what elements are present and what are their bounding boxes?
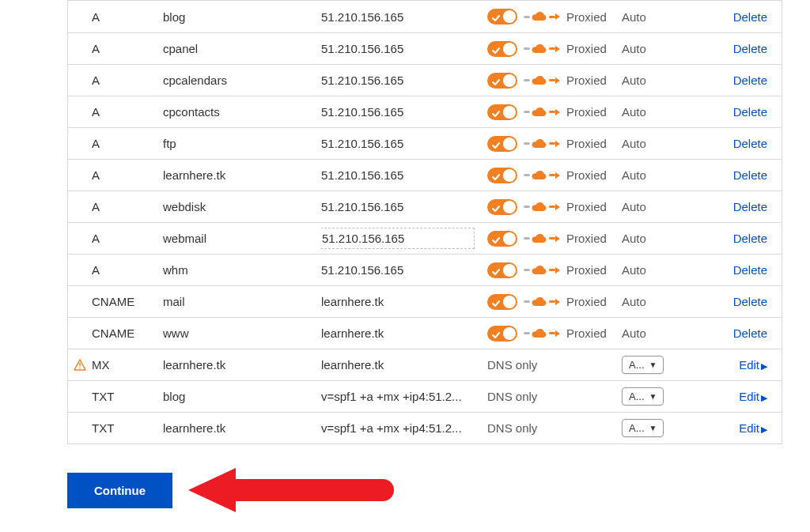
proxy-status-cell: Proxied bbox=[487, 104, 622, 120]
ttl-cell: Auto bbox=[622, 137, 685, 150]
record-type: CNAME bbox=[92, 326, 163, 340]
dns-row: Aftp51.210.156.165ProxiedAutoDelete bbox=[68, 127, 782, 159]
action-label: Delete bbox=[733, 42, 767, 55]
record-content: v=spf1 +a +mx +ip4:51.2... bbox=[321, 390, 487, 403]
record-name: blog bbox=[163, 10, 321, 24]
ttl-label: Auto bbox=[622, 295, 646, 308]
svg-rect-1 bbox=[79, 368, 80, 368]
ttl-label: Auto bbox=[622, 263, 646, 277]
record-type: A bbox=[92, 168, 163, 182]
ttl-select-label: A... bbox=[629, 391, 645, 402]
action-label: Delete bbox=[733, 137, 767, 150]
annotation-arrow bbox=[188, 468, 394, 512]
record-name: learnhere.tk bbox=[163, 358, 321, 372]
delete-link[interactable]: Delete bbox=[685, 137, 774, 150]
proxy-toggle[interactable] bbox=[487, 231, 517, 247]
action-label: Delete bbox=[733, 200, 767, 213]
cloud-arrow-icon bbox=[524, 265, 560, 276]
record-content: 51.210.156.165 bbox=[321, 263, 487, 277]
action-label: Delete bbox=[733, 74, 767, 87]
proxy-status-cell: Proxied bbox=[487, 262, 622, 278]
proxy-status-label: Proxied bbox=[566, 168, 607, 182]
dns-row: Awebmail51.210.156.165ProxiedAutoDelete bbox=[68, 222, 782, 254]
dns-row: CNAMEwwwlearnhere.tkProxiedAutoDelete bbox=[68, 317, 782, 349]
record-name: cpanel bbox=[163, 42, 321, 55]
ttl-label: Auto bbox=[622, 42, 646, 55]
record-content: learnhere.tk bbox=[321, 326, 487, 340]
delete-link[interactable]: Delete bbox=[685, 74, 774, 87]
ttl-cell: Auto bbox=[622, 74, 685, 87]
record-content-input[interactable]: 51.210.156.165 bbox=[321, 228, 475, 249]
ttl-cell: Auto bbox=[622, 200, 685, 213]
record-name: blog bbox=[163, 390, 321, 403]
ttl-label: Auto bbox=[622, 137, 646, 150]
delete-link[interactable]: Delete bbox=[685, 295, 774, 308]
proxy-status-label: Proxied bbox=[566, 105, 607, 119]
proxy-toggle[interactable] bbox=[487, 136, 517, 152]
warning-triangle-icon bbox=[74, 359, 86, 372]
continue-button[interactable]: Continue bbox=[67, 473, 172, 508]
proxy-status-cell: Proxied bbox=[487, 199, 622, 215]
ttl-select[interactable]: A...▼ bbox=[622, 419, 664, 437]
proxy-toggle[interactable] bbox=[487, 9, 517, 25]
ttl-cell: Auto bbox=[622, 42, 685, 55]
record-content: 51.210.156.165 bbox=[321, 42, 487, 55]
proxy-status-cell: Proxied bbox=[487, 41, 622, 57]
delete-link[interactable]: Delete bbox=[685, 263, 774, 277]
delete-link[interactable]: Delete bbox=[685, 232, 774, 245]
chevron-right-icon: ▶ bbox=[761, 393, 767, 402]
proxy-toggle[interactable] bbox=[487, 168, 517, 183]
cloud-arrow-icon bbox=[524, 170, 560, 181]
proxy-toggle[interactable] bbox=[487, 199, 517, 215]
dns-row: Acpanel51.210.156.165ProxiedAutoDelete bbox=[68, 32, 782, 64]
edit-link[interactable]: Edit▶ bbox=[685, 421, 774, 435]
record-content: 51.210.156.165 bbox=[321, 168, 487, 182]
delete-link[interactable]: Delete bbox=[685, 10, 774, 24]
cloud-arrow-icon bbox=[524, 138, 560, 149]
caret-down-icon: ▼ bbox=[649, 392, 657, 401]
proxy-status-label: DNS only bbox=[487, 390, 537, 403]
record-name: whm bbox=[163, 263, 321, 277]
proxy-status-label: Proxied bbox=[566, 295, 607, 308]
delete-link[interactable]: Delete bbox=[685, 105, 774, 119]
record-type: A bbox=[92, 105, 163, 119]
proxy-toggle[interactable] bbox=[487, 41, 517, 57]
delete-link[interactable]: Delete bbox=[685, 200, 774, 213]
proxy-status-label: Proxied bbox=[566, 263, 607, 277]
dns-row: Alearnhere.tk51.210.156.165ProxiedAutoDe… bbox=[68, 159, 782, 191]
record-type: TXT bbox=[92, 421, 163, 435]
ttl-select[interactable]: A...▼ bbox=[622, 356, 664, 374]
dns-row: MXlearnhere.tklearnhere.tkDNS onlyA...▼E… bbox=[68, 349, 782, 380]
warning-cell bbox=[68, 359, 92, 372]
record-type: A bbox=[92, 263, 163, 277]
action-label: Delete bbox=[733, 263, 767, 277]
record-name: www bbox=[163, 326, 321, 340]
ttl-label: Auto bbox=[622, 10, 646, 24]
delete-link[interactable]: Delete bbox=[685, 168, 774, 182]
ttl-label: Auto bbox=[622, 200, 646, 213]
caret-down-icon: ▼ bbox=[649, 424, 657, 432]
proxy-toggle[interactable] bbox=[487, 262, 517, 278]
delete-link[interactable]: Delete bbox=[685, 42, 774, 55]
cloud-arrow-icon bbox=[524, 328, 560, 339]
delete-link[interactable]: Delete bbox=[685, 326, 774, 340]
ttl-select[interactable]: A...▼ bbox=[622, 387, 664, 406]
proxy-toggle[interactable] bbox=[487, 326, 517, 341]
action-label: Edit bbox=[739, 421, 759, 435]
ttl-cell: Auto bbox=[622, 10, 685, 24]
edit-link[interactable]: Edit▶ bbox=[685, 358, 774, 372]
edit-link[interactable]: Edit▶ bbox=[685, 390, 774, 403]
ttl-label: Auto bbox=[622, 326, 646, 340]
cloud-arrow-icon bbox=[524, 75, 560, 86]
record-content: 51.210.156.165 bbox=[321, 228, 487, 249]
ttl-cell: A...▼ bbox=[622, 387, 685, 406]
proxy-status-cell: Proxied bbox=[487, 9, 622, 25]
proxy-toggle[interactable] bbox=[487, 294, 517, 310]
proxy-status-cell: DNS only bbox=[487, 421, 622, 435]
proxy-status-label: Proxied bbox=[566, 10, 607, 24]
ttl-cell: Auto bbox=[622, 295, 685, 308]
proxy-status-label: Proxied bbox=[566, 326, 607, 340]
record-content: 51.210.156.165 bbox=[321, 105, 487, 119]
proxy-toggle[interactable] bbox=[487, 104, 517, 120]
proxy-toggle[interactable] bbox=[487, 73, 517, 89]
